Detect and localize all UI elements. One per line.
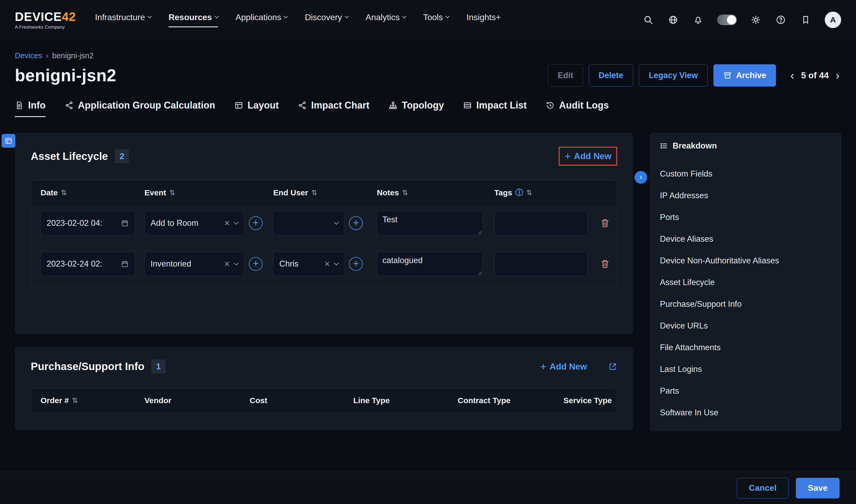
prev-record-icon[interactable]: ‹ xyxy=(789,70,796,81)
archive-button[interactable]: Archive xyxy=(714,64,776,87)
add-new-purchase-button[interactable]: + Add New xyxy=(540,361,587,372)
sort-icon[interactable]: ⇅ xyxy=(402,188,408,197)
end-user-select[interactable] xyxy=(273,211,344,235)
tab-impact-list[interactable]: Impact List xyxy=(463,100,527,117)
notes-textarea[interactable]: catalogued xyxy=(377,252,483,276)
event-select[interactable]: Inventoried × xyxy=(144,252,244,276)
sort-icon[interactable]: ⇅ xyxy=(526,188,532,197)
nav-resources[interactable]: Resources xyxy=(169,13,218,27)
delete-button[interactable]: Delete xyxy=(589,64,633,87)
user-avatar[interactable]: A xyxy=(825,12,841,28)
breakdown-header: Breakdown xyxy=(650,133,841,159)
tab-audit-logs[interactable]: Audit Logs xyxy=(546,100,609,117)
clear-icon[interactable]: × xyxy=(224,218,230,228)
end-user-select[interactable]: Chris × xyxy=(273,252,344,276)
event-select[interactable]: Add to Room × xyxy=(144,211,244,235)
theme-toggle[interactable] xyxy=(717,15,737,25)
tab-info[interactable]: Info xyxy=(15,100,46,117)
nav-tools[interactable]: Tools xyxy=(423,13,449,27)
nav-insights[interactable]: Insights+ xyxy=(466,13,501,27)
chevron-down-icon[interactable] xyxy=(334,260,339,265)
add-new-lifecycle-button[interactable]: + Add New xyxy=(564,151,611,161)
device42-logo[interactable]: DEVICE42 A Freshworks Company xyxy=(15,11,76,30)
breakdown-item-last-logins[interactable]: Last Logins xyxy=(660,358,832,380)
date-input[interactable]: 2023-02-02 04: xyxy=(40,211,135,235)
sort-icon[interactable]: ⇅ xyxy=(72,396,78,405)
breakdown-list: Custom Fields IP Addresses Ports Device … xyxy=(650,159,841,431)
nav-discovery[interactable]: Discovery xyxy=(305,13,348,27)
external-link-icon[interactable] xyxy=(608,362,617,371)
globe-icon[interactable] xyxy=(667,14,679,26)
resize-handle[interactable] xyxy=(477,230,481,234)
collapse-sidebar-button[interactable]: › xyxy=(634,171,647,184)
sort-icon[interactable]: ⇅ xyxy=(61,188,67,197)
tags-input[interactable] xyxy=(494,252,587,276)
add-event-button[interactable]: + xyxy=(249,257,263,271)
breakdown-item-asset-lifecycle[interactable]: Asset Lifecycle xyxy=(660,272,832,293)
calendar-icon[interactable] xyxy=(121,260,129,268)
purchase-table: Order #⇅ Vendor Cost Line Type Contract … xyxy=(31,388,617,413)
legacy-view-button[interactable]: Legacy View xyxy=(639,64,708,87)
chevron-down-icon[interactable] xyxy=(234,220,239,224)
tags-input[interactable] xyxy=(494,211,587,235)
breakdown-item-device-aliases[interactable]: Device Aliases xyxy=(660,228,832,250)
nav-infrastructure[interactable]: Infrastructure xyxy=(95,13,151,27)
bookmark-icon[interactable] xyxy=(800,14,811,26)
breakdown-item-custom-fields[interactable]: Custom Fields xyxy=(660,163,832,185)
settings-gear-icon[interactable] xyxy=(750,14,761,26)
breakdown-item-purchase-support-info[interactable]: Purchase/Support Info xyxy=(660,293,832,315)
add-end-user-button[interactable]: + xyxy=(349,257,363,271)
device-tabs: Info Application Group Calculation Layou… xyxy=(15,100,841,117)
page-body: Devices › benigni-jsn2 benigni-jsn2 Edit… xyxy=(0,51,856,431)
chevron-down-icon[interactable] xyxy=(334,220,339,224)
breakdown-item-parts[interactable]: Parts xyxy=(660,380,832,402)
delete-row-trash-icon[interactable] xyxy=(600,259,610,269)
add-event-button[interactable]: + xyxy=(249,216,263,230)
next-record-icon[interactable]: › xyxy=(834,70,841,81)
col-contract-type: Contract Type xyxy=(448,396,554,405)
tab-layout[interactable]: Layout xyxy=(234,100,279,117)
breadcrumb-current: benigni-jsn2 xyxy=(52,51,93,60)
help-icon[interactable] xyxy=(775,14,787,26)
purchase-table-header: Order #⇅ Vendor Cost Line Type Contract … xyxy=(31,388,617,413)
breakdown-item-ports[interactable]: Ports xyxy=(660,206,832,228)
search-icon[interactable] xyxy=(643,14,654,26)
clear-icon[interactable]: × xyxy=(324,259,330,269)
info-icon[interactable]: ⓘ xyxy=(515,187,523,198)
col-notes: Notes⇅ xyxy=(367,188,485,197)
chevron-down-icon[interactable] xyxy=(234,260,239,265)
date-input[interactable]: 2023-02-24 02: xyxy=(40,252,135,276)
breakdown-item-file-attachments[interactable]: File Attachments xyxy=(660,337,832,358)
breakdown-item-ip-addresses[interactable]: IP Addresses xyxy=(660,185,832,206)
breadcrumb-devices-link[interactable]: Devices xyxy=(15,51,42,60)
nav-icon-group: A xyxy=(643,12,841,28)
side-panel-toggle-button[interactable] xyxy=(2,134,15,148)
chevron-down-icon xyxy=(402,14,406,19)
add-end-user-button[interactable]: + xyxy=(349,216,363,230)
asset-table-header: Date⇅ Event⇅ End User⇅ Notes⇅ Tagsⓘ⇅ xyxy=(31,180,617,205)
breadcrumb-separator: › xyxy=(46,51,49,60)
nav-analytics[interactable]: Analytics xyxy=(366,13,406,27)
clear-icon[interactable]: × xyxy=(224,259,230,269)
notifications-bell-icon[interactable] xyxy=(692,14,704,26)
sort-icon[interactable]: ⇅ xyxy=(169,188,175,197)
history-clock-icon xyxy=(546,101,555,110)
breakdown-item-device-urls[interactable]: Device URLs xyxy=(660,315,832,337)
delete-row-trash-icon[interactable] xyxy=(600,218,610,228)
calendar-icon[interactable] xyxy=(121,219,129,227)
save-button[interactable]: Save xyxy=(796,478,840,499)
col-order-number: Order #⇅ xyxy=(31,396,135,405)
cancel-button[interactable]: Cancel xyxy=(737,478,788,499)
breakdown-item-device-non-authoritative-aliases[interactable]: Device Non-Authoritative Aliases xyxy=(660,250,832,272)
tab-impact-chart[interactable]: Impact Chart xyxy=(298,100,370,117)
notes-textarea[interactable]: Test xyxy=(377,211,483,235)
record-position: 5 of 44 xyxy=(801,70,829,80)
resize-handle[interactable] xyxy=(477,271,481,275)
chevron-down-icon xyxy=(148,14,152,19)
sort-icon[interactable]: ⇅ xyxy=(311,188,318,197)
nav-applications[interactable]: Applications xyxy=(236,13,288,27)
tab-application-group-calculation[interactable]: Application Group Calculation xyxy=(65,100,215,117)
edit-button[interactable]: Edit xyxy=(548,64,583,87)
breakdown-item-software-in-use[interactable]: Software In Use xyxy=(660,402,832,424)
tab-topology[interactable]: Topology xyxy=(389,100,444,117)
